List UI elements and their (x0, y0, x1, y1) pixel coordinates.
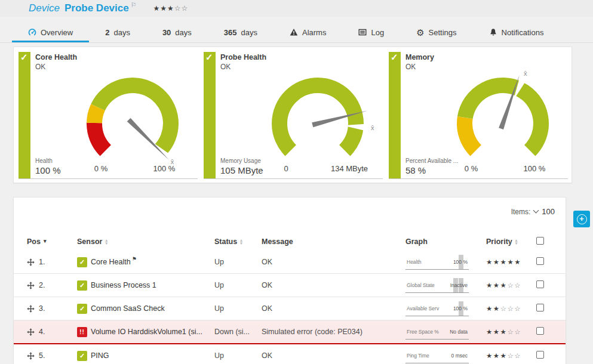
gauge-title: Probe Health (220, 53, 266, 61)
status-color-bar: ✓ (204, 52, 216, 178)
flag-outline-icon[interactable]: ⚐ (131, 1, 137, 9)
tab-days[interactable]: 2 days (89, 24, 146, 42)
row-checkbox[interactable] (536, 304, 544, 311)
column-header-message: Message (262, 237, 405, 246)
device-title-bar: Device Probe Device ⚐ ★★★☆☆ (0, 0, 593, 17)
drag-handle-icon[interactable] (27, 352, 35, 360)
row-checkbox[interactable] (536, 327, 544, 335)
sensor-name-link[interactable]: Business Process 1 (91, 281, 156, 289)
sensor-name-link[interactable]: Core Health (91, 258, 131, 266)
row-position: 4. (39, 328, 45, 336)
tab-label: days (175, 28, 191, 37)
mini-graph-value: 100 % (453, 306, 468, 311)
mini-graph-label: Global State (407, 282, 435, 288)
priority-stars[interactable]: ★★★☆☆ (486, 351, 536, 360)
column-header-status[interactable]: Status▴▾ (214, 237, 262, 246)
drag-handle-icon[interactable] (27, 328, 35, 336)
column-header-graph: Graph (405, 237, 486, 246)
tab-days[interactable]: 365 days (208, 24, 274, 42)
tab-label: Notifications (502, 28, 544, 37)
svg-text:100 %: 100 % (153, 164, 176, 173)
gauge-reading-label: Memory Usage (220, 158, 263, 164)
gauge-reading-value: 105 MByte (220, 165, 263, 175)
tab-label: Alarms (302, 28, 326, 37)
column-header-pos[interactable]: Pos▾ (27, 237, 77, 246)
tab-alarms[interactable]: Alarms (274, 24, 342, 42)
chevron-down-icon (533, 208, 539, 214)
select-all-checkbox[interactable] (536, 237, 544, 245)
drag-handle-icon[interactable] (27, 258, 35, 266)
mini-graph-value: 100 % (453, 259, 468, 265)
gauge-widget-memory[interactable]: ✓ Memory OK x̄0 %100 % Percent Available… (389, 52, 568, 179)
sensor-status-text: Up (214, 258, 262, 266)
mini-graph-value: No data (450, 329, 468, 335)
sensor-status-text: Up (214, 281, 262, 289)
mini-graph[interactable]: Global State Inactive (405, 278, 469, 293)
sensor-name-link[interactable]: PING (91, 351, 109, 360)
mini-graph-label: Ping Time (407, 353, 429, 359)
status-color-bar: ✓ (389, 52, 401, 178)
table-row[interactable]: 1. ✓ Core Health ⚑ Up OK Health 100 % ★★… (14, 251, 566, 274)
items-per-page-control[interactable]: Items: 100 (511, 207, 555, 216)
flag-icon: ⚑ (132, 256, 137, 262)
table-row[interactable]: 4. !! Volume IO HarddiskVolume1 (si... D… (14, 320, 566, 344)
priority-stars[interactable]: ★★★☆☆ (486, 328, 536, 336)
table-row[interactable]: 5. ✓ PING Up OK Ping Time 0 msec ★★★☆☆ (14, 344, 566, 364)
mini-graph[interactable]: Available Serv 100 % (405, 301, 469, 316)
sensor-message-text: OK (262, 258, 405, 266)
mini-graph-label: Health (407, 259, 422, 265)
tab-settings[interactable]: ⚙ Settings (400, 24, 472, 42)
items-label: Items: (511, 208, 531, 216)
priority-stars[interactable]: ★★★☆☆ (486, 281, 536, 289)
sensor-status-text: Down (si... (214, 328, 262, 336)
column-header-priority[interactable]: Priority▴▾ (486, 237, 536, 246)
tab-days[interactable]: 30 days (146, 24, 208, 42)
mini-graph-label: Available Serv (407, 306, 439, 311)
gauge-widget-probe-health[interactable]: ✓ Probe Health OK x̄0134 MByte Memory Us… (204, 52, 383, 179)
gear-icon: ⚙ (416, 28, 424, 37)
row-checkbox[interactable] (536, 257, 544, 265)
gauge-chart: x̄0 %100 % (58, 66, 201, 175)
sensor-name-link[interactable]: Volume IO HarddiskVolume1 (si... (91, 328, 202, 336)
row-checkbox[interactable] (536, 280, 544, 288)
row-position: 2. (39, 281, 45, 289)
column-header-sensor[interactable]: Sensor▴▾ (77, 237, 214, 246)
gauge-icon (28, 28, 36, 36)
sensor-table-panel: Items: 100 Pos▾Sensor▴▾Status▴▾MessageGr… (13, 197, 566, 364)
tab-label: days (241, 28, 257, 37)
tab-notifications[interactable]: Notifications (473, 24, 560, 42)
drag-handle-icon[interactable] (27, 282, 35, 289)
tab-log[interactable]: Log (342, 24, 400, 42)
svg-text:x̄: x̄ (524, 70, 527, 77)
alarm-icon (290, 28, 298, 36)
gauge-title: Memory (405, 53, 434, 61)
add-button[interactable]: + (573, 211, 590, 227)
row-position: 1. (39, 258, 45, 266)
sensor-message-text: Simulated error (code: PE034) (262, 328, 405, 336)
svg-text:x̄: x̄ (371, 124, 374, 131)
tab-number: 365 (224, 28, 237, 37)
table-row[interactable]: 3. ✓ Common SaaS Check Up OK Available S… (14, 297, 566, 320)
mini-graph[interactable]: Free Space % No data (405, 325, 469, 340)
check-icon: ✓ (77, 280, 87, 291)
gauge-chart: x̄0134 MByte (243, 66, 386, 175)
status-color-bar: ✓ (19, 52, 30, 178)
mini-graph[interactable]: Ping Time 0 msec (405, 348, 469, 363)
sensor-message-text: OK (262, 351, 405, 360)
priority-stars[interactable]: ★★★★★ (486, 258, 536, 266)
gauge-reading-value: 58 % (405, 165, 458, 175)
svg-text:134 MByte: 134 MByte (331, 164, 368, 173)
device-priority-stars[interactable]: ★★★☆☆ (153, 4, 189, 13)
sensor-status-text: Up (214, 351, 262, 360)
table-row[interactable]: 2. ✓ Business Process 1 Up OK Global Sta… (14, 274, 566, 297)
gauge-reading-label: Percent Available ... (405, 158, 458, 164)
gauge-reading-label: Health (35, 158, 61, 164)
tab-overview[interactable]: Overview (12, 24, 89, 42)
priority-stars[interactable]: ★★☆☆☆ (486, 304, 536, 313)
mini-graph[interactable]: Health 100 % (405, 255, 469, 270)
row-checkbox[interactable] (536, 351, 544, 359)
sensor-name-link[interactable]: Common SaaS Check (91, 304, 165, 313)
gauge-widget-core-health[interactable]: ✓ Core Health OK x̄0 %100 % Health 100 % (19, 52, 198, 179)
log-icon (358, 28, 367, 36)
drag-handle-icon[interactable] (27, 305, 35, 313)
